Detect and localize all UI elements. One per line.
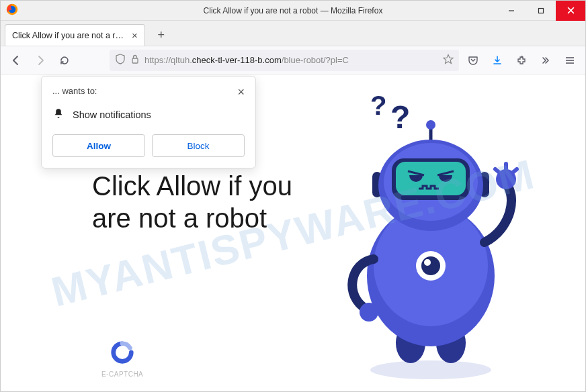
svg-rect-29 (396, 162, 466, 195)
permission-request-text: Show notifications (73, 109, 151, 120)
extensions-button[interactable] (511, 50, 532, 70)
url-text: https://qltuh.check-tl-ver-118-b.com/blu… (144, 55, 439, 65)
block-button[interactable]: Block (152, 134, 245, 157)
notification-permission-dialog: ... wants to: × Show notifications Allow… (41, 76, 256, 168)
bell-icon (52, 107, 65, 122)
permission-close-icon[interactable]: × (237, 86, 245, 98)
svg-point-12 (370, 360, 491, 379)
svg-rect-3 (539, 8, 544, 13)
robot-illustration: ? ? (310, 88, 552, 383)
svg-text:?: ? (390, 99, 410, 135)
svg-point-19 (424, 259, 431, 266)
new-tab-button[interactable]: + (152, 26, 171, 44)
captcha-icon (110, 340, 135, 365)
lock-icon[interactable] (130, 54, 140, 67)
permission-origin-text: ... wants to: (52, 86, 97, 96)
window-maximize-button[interactable] (526, 1, 556, 21)
navigation-toolbar: https://qltuh.check-tl-ver-118-b.com/blu… (1, 46, 585, 75)
shield-icon[interactable] (115, 54, 126, 67)
forward-button[interactable] (30, 50, 50, 70)
svg-point-20 (360, 303, 378, 322)
reload-button[interactable] (54, 50, 75, 70)
page-content: MYANTISPYWARE.COM ... wants to: × Show n… (1, 75, 585, 391)
svg-rect-6 (132, 58, 138, 63)
tab-close-icon[interactable]: × (132, 30, 138, 41)
window-minimize-button[interactable] (497, 1, 526, 21)
tab-label: Click Allow if you are not a robot (12, 31, 126, 40)
browser-tab[interactable]: Click Allow if you are not a robot × (5, 24, 145, 46)
url-bar[interactable]: https://qltuh.check-tl-ver-118-b.com/blu… (110, 50, 459, 71)
tab-strip: Click Allow if you are not a robot × + (1, 21, 585, 46)
app-menu-button[interactable] (560, 50, 580, 70)
svg-text:?: ? (370, 91, 386, 120)
captcha-badge: E-CAPTCHA (101, 340, 143, 378)
window-close-button[interactable] (556, 1, 585, 21)
window-titlebar: Click Allow if you are not a robot — Moz… (1, 1, 585, 21)
pocket-button[interactable] (463, 50, 483, 70)
captcha-label: E-CAPTCHA (101, 371, 143, 378)
bookmark-star-icon[interactable] (443, 54, 454, 67)
svg-point-18 (421, 256, 440, 275)
firefox-icon (6, 3, 18, 18)
back-button[interactable] (6, 50, 26, 70)
allow-button[interactable]: Allow (52, 134, 145, 157)
page-headline: Click Allow if you are not a robot (92, 170, 294, 234)
svg-point-23 (426, 120, 435, 130)
downloads-button[interactable] (487, 50, 507, 70)
overflow-button[interactable] (536, 50, 556, 70)
